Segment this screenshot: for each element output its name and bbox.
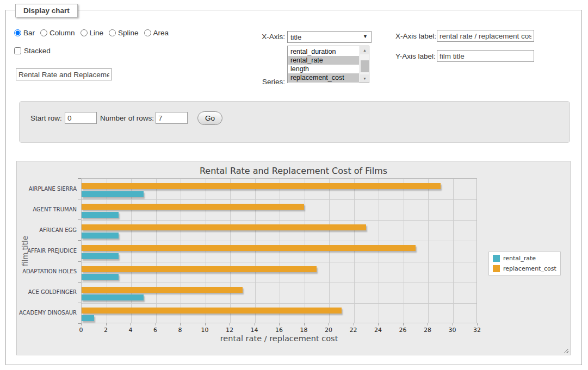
chart-type-option-area[interactable]: Area [144,29,169,37]
x-tick-mark [428,323,428,325]
series-option-replacement_cost[interactable]: replacement_cost [288,73,359,82]
y-gridline [82,220,476,221]
x-tick-mark [453,323,453,325]
x-tick-label: 6 [147,327,164,334]
x-axis-title: rental rate / replacement cost [81,334,477,343]
category-label: AIRPLANE SIERRA [17,178,77,199]
y-gridline [82,283,476,283]
series-option-rental_duration[interactable]: rental_duration [288,47,359,56]
radio-spline[interactable] [109,29,116,36]
x-tick-mark [255,323,255,325]
category-label: ACADEMY DINOSAUR [17,303,77,323]
rows-control-box: Start row: Number of rows: Go [19,101,570,143]
x-tick-label: 22 [345,327,362,334]
chart-container: Rental Rate and Replacement Cost of Film… [16,161,571,355]
chart-legend: rental_ratereplacement_cost [488,252,561,275]
x-tick-label: 16 [271,327,287,334]
start-row-input[interactable] [65,112,97,124]
radio-label: Area [153,29,169,37]
x-tick-label: 28 [419,327,436,334]
bar-replacement_cost-0 [82,183,441,189]
x-tick-label: 18 [296,327,312,334]
scroll-down-icon[interactable]: ▼ [360,74,369,83]
x-tick-label: 32 [469,327,485,334]
bar-replacement_cost-2 [82,224,366,230]
chart-type-group: BarColumnLineSplineArea [14,29,169,37]
y-gridline [82,303,476,304]
scrollbar-thumb[interactable] [361,60,369,72]
radio-line[interactable] [81,29,88,36]
legend-item-rental_rate: rental_rate [493,255,556,262]
x-tick-label: 26 [395,327,411,334]
legend-label: replacement_cost [503,265,556,272]
category-label: AFRICAN EGG [17,220,77,240]
bar-replacement_cost-4 [82,266,317,272]
series-scrollbar[interactable]: ▲ ▼ [360,46,369,83]
resize-grip-icon[interactable] [562,347,568,353]
chart-type-option-bar[interactable]: Bar [14,29,35,37]
y-gridline [82,262,476,262]
radio-bar[interactable] [14,29,21,36]
bar-rental_rate-6 [82,315,94,321]
xaxis-select[interactable]: title [287,31,372,43]
radio-label: Bar [23,29,35,37]
series-listbox[interactable]: rental_durationrental_ratelengthreplacem… [287,46,369,83]
bar-rental_rate-5 [82,294,144,300]
stacked-checkbox[interactable] [14,47,21,54]
x-tick-label: 4 [122,327,139,334]
series-option-rental_rate[interactable]: rental_rate [288,56,359,65]
bar-replacement_cost-6 [82,308,342,313]
num-rows-input[interactable] [156,112,188,124]
series-options: rental_durationrental_ratelengthreplacem… [288,47,359,82]
y-tick-mark [78,303,81,303]
radio-column[interactable] [40,29,47,36]
stacked-label: Stacked [24,47,51,55]
go-button[interactable]: Go [197,111,222,125]
category-label: ADAPTATION HOLES [17,261,77,282]
yaxis-label-input[interactable] [437,50,534,62]
radio-label: Spline [118,29,139,37]
bar-replacement_cost-3 [82,245,416,251]
display-chart-panel: Display chart BarColumnLineSplineArea St… [5,10,582,365]
chart-type-option-spline[interactable]: Spline [109,29,139,37]
x-tick-mark [156,323,156,325]
x-tick-label: 12 [221,327,238,334]
radio-area[interactable] [144,29,151,36]
x-tick-label: 14 [246,327,263,334]
chart-type-option-column[interactable]: Column [40,29,75,37]
y-gridline [82,241,476,241]
x-tick-mark [378,323,379,325]
x-tick-mark [106,323,107,325]
scroll-up-icon[interactable]: ▲ [360,46,369,54]
x-tick-mark [205,323,206,325]
x-tick-label: 30 [444,327,461,334]
stacked-checkbox-row[interactable]: Stacked [14,47,51,55]
x-tick-mark [403,323,404,325]
category-label: AGENT TRUMAN [17,199,77,220]
x-tick-mark [304,323,305,325]
category-label: ACE GOLDFINGER [17,282,77,303]
bar-rental_rate-1 [82,212,119,218]
y-tick-mark [78,178,81,179]
bar-rental_rate-2 [82,233,119,239]
chart-type-option-line[interactable]: Line [81,29,104,37]
num-rows-label: Number of rows: [100,114,154,122]
xaxis-label-label: X-Axis label: [395,32,436,40]
legend-swatch-rental_rate [493,255,500,262]
radio-label: Line [90,29,104,37]
bar-replacement_cost-5 [82,287,243,293]
x-tick-mark [230,323,230,325]
xaxis-select-wrap: title ▼ [287,31,372,43]
y-tick-mark [78,282,81,283]
xaxis-select-label: X-Axis: [244,33,285,41]
radio-label: Column [49,29,75,37]
x-tick-mark [329,323,329,325]
x-tick-mark [81,323,82,325]
chart-title: Rental Rate and Replacement Cost of Film… [17,166,570,176]
series-option-length[interactable]: length [288,65,359,73]
x-tick-label: 20 [320,327,337,334]
legend-label: rental_rate [503,255,536,262]
chart-title-input[interactable] [16,68,112,80]
xaxis-label-input[interactable] [437,30,534,42]
x-tick-label: 10 [197,327,213,334]
